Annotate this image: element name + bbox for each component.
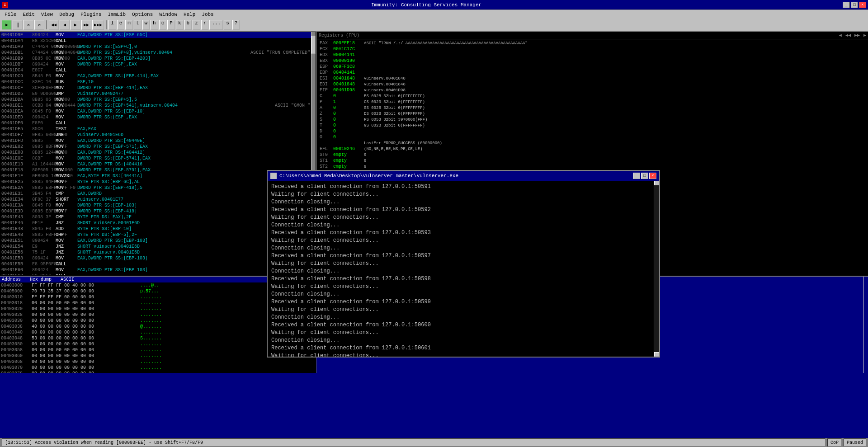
disasm-line[interactable]: 00401E46 0F1F JNZ SHORT vuinserv.00401E6… [0,220,311,226]
toolbar-b[interactable]: b [184,20,192,30]
disasm-line[interactable]: 00401DB1 C74424 08 E9940040 MOV DWORD PT… [0,50,311,56]
disasm-line[interactable]: 00401E56 75 1F JNZ SHORT vuinserv.00401E… [0,249,311,255]
cmd-scroll-up[interactable]: ▲ [654,181,659,185]
menu-window[interactable]: Window [156,11,180,18]
menu-plugins[interactable]: Plugins [78,11,104,18]
bottom-right-scrollbar[interactable] [863,277,868,373]
disasm-line[interactable]: 00401DCC 83EC 10 SUB ESP,10 [0,79,311,85]
disasm-line[interactable]: 00401DED 890424 MOV DWORD PTR SS:[ESP],E… [0,114,311,120]
menu-bar: File Edit View Debug Plugins ImmLib Opti… [0,10,868,19]
registers-nav[interactable]: ◀ ◀◀ ▶▶ ▶ [839,33,866,38]
toolbar-fwd[interactable]: ▶ [71,20,80,30]
disasm-line[interactable]: 00401DA4 E8 321C0000 CALL [0,38,311,44]
disasm-line[interactable]: 00401E4B 8885 FBFFFFFF CHP BYTE PTR DS:[… [0,232,311,238]
toolbar-fwd2[interactable]: ▶▶ [81,20,91,30]
disasm-line[interactable]: 00401E18 80F605 19444000 MOV DWORD PTR S… [0,167,311,173]
disasm-line[interactable]: 00401E13 A1 16444000 MOV EAX,DWORD PTR D… [0,161,311,167]
menu-jobs[interactable]: Jobs [199,11,216,18]
disasm-line[interactable]: 00401DE1 8CBB 04 04 00444 MOV DWORD PTR … [0,103,311,108]
disasm-line[interactable]: 00401DBF 890424 MOV DWORD PTR SS:[ESP],E… [0,61,311,67]
disasm-line[interactable]: 00401DB9 8B85 0C 0E0000 MOV EAX,DWORD PT… [0,56,311,61]
disasm-line[interactable]: 00401E1F 0FB605 1A444000 MOVZX EAX,BYTE … [0,173,311,179]
disasm-line[interactable]: 00401E02 8985 8BFFFFFF MOV DWORD PTR SS:… [0,144,311,150]
toolbar-step2[interactable]: ◀ [60,20,70,30]
disasm-line[interactable]: 00401E54 E9 JNZ SHORT vuinserv.00401E6D [0,244,311,249]
cmd-maximize[interactable]: □ [641,173,648,179]
register-line: EBP 00404141 [318,70,867,75]
disasm-line[interactable]: 00401E58 890424 MOV EAX,DWORD PTR SS:[EB… [0,255,311,261]
disasm-line[interactable]: 00401E08 8B85 12444000 MOV EAX,DWORD PTR… [0,150,311,155]
toolbar-r[interactable]: r [201,20,209,30]
menu-view[interactable]: View [38,11,56,18]
disasm-line[interactable]: 00401E43 8038 3F CMP BYTE PTR DS:[EAX],2… [0,214,311,220]
menu-immlib[interactable]: ImmLib [105,11,128,18]
disasm-line[interactable]: 00401DF7 0F85 60000000 JNE vuinserv.0040… [0,132,311,138]
menu-edit[interactable]: Edit [20,11,37,18]
disasm-line[interactable]: 00401DF0 E8F0 CALL [0,120,311,126]
disasm-line[interactable]: 00401DFD 8B85 MOV EAX,DWORD PTR SS:[4044… [0,138,311,144]
register-line: ST2 empty 9 [318,164,867,169]
disasm-line[interactable]: 00401DA9 C74424 0C 00000000 MOV DWORD PT… [0,44,311,50]
toolbar-s[interactable]: s [224,20,231,30]
disasm-line[interactable]: 00401E0E 8CBF MOV DWORD PTR SS:[EBP-5741… [0,155,311,161]
toolbar-P[interactable]: P [167,20,175,30]
toolbar-pause[interactable]: ‖ [13,20,23,30]
toolbar-step[interactable]: ↺ [34,20,44,30]
toolbar-h[interactable]: h [151,20,158,30]
cmd-close[interactable]: × [649,173,656,179]
cmd-controls[interactable]: _ □ × [633,173,656,179]
menu-options[interactable]: Options [129,11,156,18]
disasm-line[interactable]: 00401DF5 85C0 TEST EAX,EAX [0,126,311,132]
toolbar-k[interactable]: k [176,20,184,30]
disasm-line[interactable]: 00401DC9 8B45 F0 MOV EAX,DWORD PTR SS:[E… [0,73,311,79]
disasm-line[interactable]: 00401E51 890424 MOV EAX,DWORD PTR SS:[EB… [0,238,311,244]
hex-line[interactable]: 00403070 00 00 00 00 00 00 00 00 .......… [0,365,316,371]
toolbar-w[interactable]: w [142,20,150,30]
cmd-icon: C [270,173,277,179]
cmd-minimize[interactable]: _ [633,173,640,179]
disasm-line[interactable]: 00401DC4 E8C7 CALL [0,67,311,73]
toolbar-z[interactable]: z [193,20,200,30]
disasm-line[interactable]: 00401DCF 3CFBF0EF00 MOV DWORD PTR SS:[EB… [0,85,311,91]
disasm-line[interactable]: 00401E31 3B45 F4 CMP EAX,DWORD [0,191,311,197]
toolbar-run[interactable]: ▶ [2,20,12,30]
toolbar-l[interactable]: l [108,20,116,30]
toolbar-back[interactable]: ◀◀ [49,20,59,30]
toolbar-restart[interactable]: ✕ [24,20,33,30]
disasm-line[interactable]: 00401DEA 8845 F0 MOV EAX,DWORD PTR SS:[E… [0,108,311,114]
toolbar-fwd3[interactable]: ▶▶▶ [92,20,104,30]
menu-file[interactable]: File [2,11,19,18]
toolbar-t[interactable]: t [134,20,142,30]
maximize-button[interactable]: □ [851,2,858,8]
disasm-line[interactable]: 00401E48 8045 F0 ADD BYTE PTR SS:[EBP-10… [0,226,311,232]
disasm-line[interactable]: 00401E63 E8 0FE6 CALL [0,273,311,275]
disasm-line[interactable]: 00401E3D 8885 E8FBFFFF MOV DWORD PTR SS:… [0,208,311,214]
menu-debug[interactable]: Debug [57,11,77,18]
toolbar-e[interactable]: e [117,20,125,30]
disasm-line[interactable]: 00401E34 0F8C 37 SHORT vuinserv.00401E77 [0,197,311,202]
disasm-line[interactable]: 00401E3A 8845 F0 MOV DWORD PTR SS:[EBP-1… [0,202,311,208]
disasm-line[interactable]: 00401E60 890424 MOV EAX,DWORD PTR SS:[EB… [0,267,311,273]
disasm-line[interactable]: 00401E25 8885 94FFFFFF MOV BYTE PTR SS:[… [0,179,311,185]
menu-help[interactable]: Help [181,11,198,18]
toolbar-c[interactable]: c [159,20,167,30]
minimize-button[interactable]: _ [843,2,850,8]
disasm-line[interactable]: 00401D9E 890424 MOV EAX,DWORD PTR SS:[ES… [0,32,311,38]
cmd-scrollbar[interactable]: ▲ ▼ [654,181,659,357]
disasm-line[interactable]: 00401E2A 8885 E8FFFFFF F0 MOV DWORD PTR … [0,185,311,191]
hex-line[interactable]: 00403078 00 00 00 00 00 00 00 00 .......… [0,371,316,373]
disasm-line[interactable]: 00401DDA 8B85 05 050000 MOV DWORD PTR SS… [0,97,311,103]
cmd-output-line: Received a client connection from 127.0.… [271,252,650,259]
cmd-output-line: Waiting for client connections... [271,213,650,221]
register-line: S 0 FS 0053 32bit 3970000(FFF) [318,117,867,122]
toolbar-help[interactable]: ? [232,20,240,30]
disasm-line[interactable]: 00401E5B E8 95F0F000 CALL [0,261,311,267]
cmd-scroll-down[interactable]: ▼ [654,352,659,357]
close-button[interactable]: × [859,2,866,8]
toolbar-sep-1 [46,20,47,29]
hex-line[interactable]: 00403068 00 00 00 00 00 00 00 00 .......… [0,359,316,365]
disasm-line[interactable]: 00401DD5 E9 9D060000 JMP vuinserv.004024… [0,91,311,97]
toolbar-m[interactable]: m [125,20,133,30]
toolbar-dots[interactable]: ... [209,20,223,30]
window-controls[interactable]: _ □ × [843,2,866,8]
